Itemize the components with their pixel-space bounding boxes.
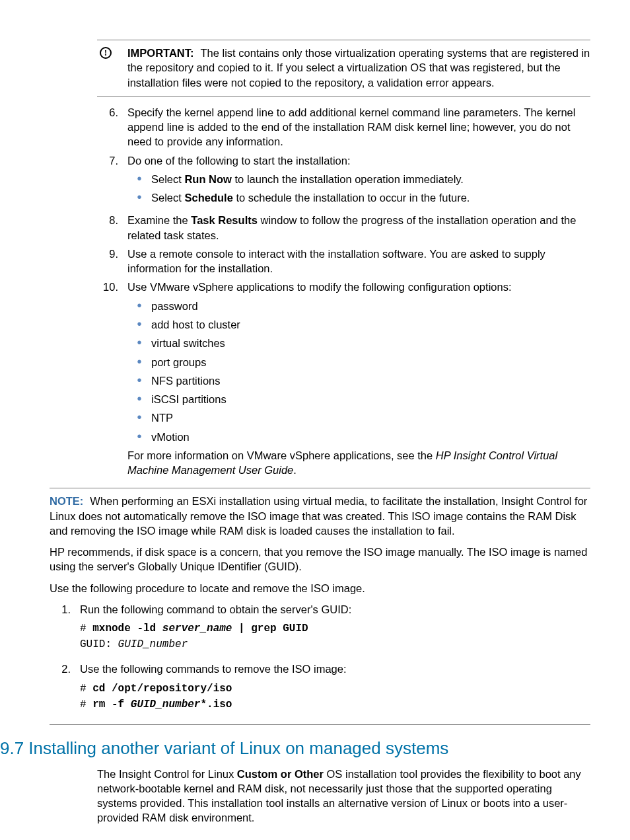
list-item: virtual switches	[127, 336, 590, 350]
step-body: Examine the Task Results window to follo…	[127, 213, 590, 243]
note-step-2: 2. Use the following commands to remove …	[50, 662, 590, 717]
list-item: password	[127, 299, 590, 313]
list-text: Select Run Now to launch the installatio…	[151, 172, 590, 186]
step-10: 10. Use VMware vSphere applications to m…	[97, 280, 590, 481]
list-text: NFS partitions	[151, 373, 590, 388]
code-block: # mxnode -ld server_name | grep GUID GUI…	[80, 621, 590, 652]
note-step-1: 1. Run the following command to obtain t…	[50, 602, 590, 658]
important-callout: ! IMPORTANT:The list contains only those…	[97, 40, 590, 97]
code-block: # cd /opt/repository/iso # rm -f GUID_nu…	[80, 681, 590, 712]
step-number: 1.	[50, 602, 80, 658]
list-item: NFS partitions	[127, 373, 590, 388]
important-text: The list contains only those virtualizat…	[127, 47, 590, 89]
note-p1: NOTE:When performing an ESXi installatio…	[50, 494, 590, 538]
note-section: NOTE:When performing an ESXi installatio…	[50, 494, 590, 717]
step-body: Use the following commands to remove the…	[80, 662, 590, 717]
step-body: Run the following command to obtain the …	[80, 602, 590, 658]
list-text: port groups	[151, 355, 590, 369]
bullet-icon	[127, 392, 151, 406]
bullet-icon	[127, 299, 151, 313]
divider	[50, 488, 590, 488]
step-number: 7.	[97, 153, 127, 210]
important-body: IMPORTANT:The list contains only those v…	[127, 46, 590, 90]
bullet-icon	[127, 373, 151, 388]
list-text: add host to cluster	[151, 317, 590, 332]
step-7-intro: Do one of the following to start the ins…	[127, 153, 590, 168]
list-item: NTP	[127, 410, 590, 425]
list-item: iSCSI partitions	[127, 392, 590, 406]
note-p3: Use the following procedure to locate an…	[50, 581, 590, 595]
list-item: add host to cluster	[127, 317, 590, 332]
bullet-icon	[127, 410, 151, 425]
bullet-icon	[127, 190, 151, 205]
step-number: 6.	[97, 105, 127, 149]
note-p2: HP recommends, if disk space is a concer…	[50, 545, 590, 574]
list-item: port groups	[127, 355, 590, 369]
step-10-tail: For more information on VMware vSphere a…	[127, 448, 590, 478]
list-text: iSCSI partitions	[151, 392, 590, 406]
list-item: Select Run Now to launch the installatio…	[127, 172, 590, 186]
list-text: virtual switches	[151, 336, 590, 350]
step-number: 8.	[97, 213, 127, 243]
step-body: Do one of the following to start the ins…	[127, 153, 590, 210]
step-body: Specify the kernel append line to add ad…	[127, 105, 590, 149]
step-number: 9.	[97, 247, 127, 276]
step-body: Use VMware vSphere applications to modif…	[127, 280, 590, 481]
divider	[50, 724, 590, 725]
list-text: password	[151, 299, 590, 313]
list-text: NTP	[151, 410, 590, 425]
step-number: 2.	[50, 662, 80, 717]
list-text: Select Schedule to schedule the installa…	[151, 190, 590, 205]
step-7: 7. Do one of the following to start the …	[97, 153, 590, 210]
list-item: vMotion	[127, 430, 590, 444]
step-10-intro: Use VMware vSphere applications to modif…	[127, 280, 590, 294]
step-7-list: Select Run Now to launch the installatio…	[127, 172, 590, 206]
step-body: Use a remote console to interact with th…	[127, 247, 590, 276]
step-6: 6. Specify the kernel append line to add…	[97, 105, 590, 149]
alert-icon-wrap: !	[97, 46, 127, 90]
bullet-icon	[127, 317, 151, 332]
step-9: 9. Use a remote console to interact with…	[97, 247, 590, 276]
bullet-icon	[127, 336, 151, 350]
step-10-list: password add host to cluster virtual swi…	[127, 299, 590, 444]
note-label: NOTE:	[50, 495, 83, 507]
note-steps: 1. Run the following command to obtain t…	[50, 602, 590, 718]
list-text: vMotion	[151, 430, 590, 444]
alert-icon: !	[100, 47, 112, 59]
step-8: 8. Examine the Task Results window to fo…	[97, 213, 590, 243]
section-9-7-intro: The Insight Control for Linux Custom or …	[97, 767, 590, 825]
main-steps: 6. Specify the kernel append line to add…	[97, 105, 590, 482]
list-item: Select Schedule to schedule the installa…	[127, 190, 590, 205]
important-label: IMPORTANT:	[127, 47, 194, 59]
step-number: 10.	[97, 280, 127, 481]
section-heading-9-7: 9.7 Installing another variant of Linux …	[0, 737, 590, 760]
bullet-icon	[127, 430, 151, 444]
bullet-icon	[127, 172, 151, 186]
bullet-icon	[127, 355, 151, 369]
